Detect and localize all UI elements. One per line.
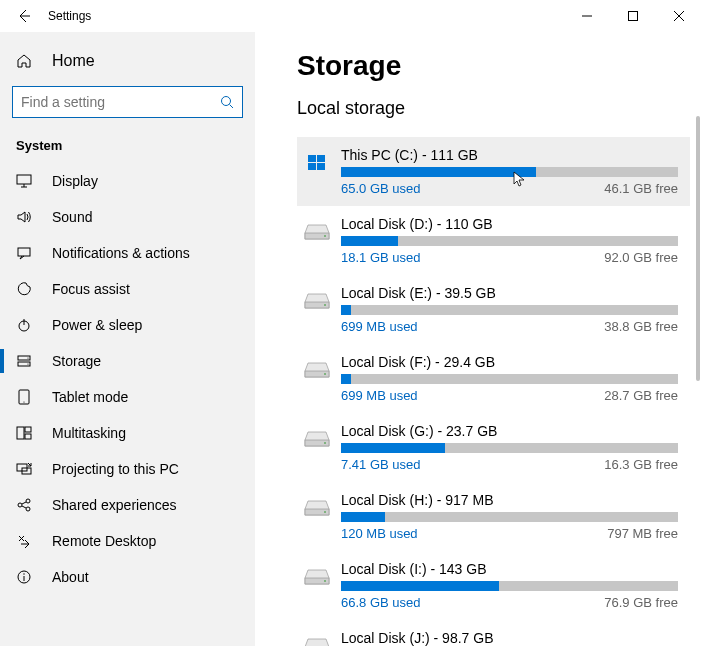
nav-item-sound[interactable]: Sound (0, 199, 255, 235)
disk-stats: 699 MB used38.8 GB free (341, 319, 678, 334)
disk-stats: 699 MB used28.7 GB free (341, 388, 678, 403)
nav-item-focus[interactable]: Focus assist (0, 271, 255, 307)
disk-details: Local Disk (E:) - 39.5 GB699 MB used38.8… (341, 285, 678, 334)
disk-name: Local Disk (D:) - 110 GB (341, 216, 678, 232)
svg-point-28 (324, 304, 326, 306)
search-input[interactable] (21, 94, 220, 110)
disk-name: Local Disk (F:) - 29.4 GB (341, 354, 678, 370)
svg-rect-21 (308, 155, 316, 162)
svg-rect-0 (629, 12, 638, 21)
disk-bar-fill (341, 305, 351, 315)
category-label: System (0, 132, 255, 163)
nav-item-label: Display (52, 173, 98, 189)
close-button[interactable] (656, 0, 702, 32)
tablet-icon (16, 389, 36, 405)
minimize-icon (582, 11, 592, 21)
nav-item-label: Power & sleep (52, 317, 142, 333)
maximize-icon (628, 11, 638, 21)
disk-usage-bar (341, 443, 678, 453)
disk-bar-fill (341, 443, 445, 453)
svg-point-16 (18, 503, 22, 507)
svg-point-36 (324, 580, 326, 582)
disk-item[interactable]: This PC (C:) - 111 GB65.0 GB used46.1 GB… (297, 137, 690, 206)
nav-item-display[interactable]: Display (0, 163, 255, 199)
maximize-button[interactable] (610, 0, 656, 32)
nav-item-project[interactable]: Projecting to this PC (0, 451, 255, 487)
disk-stats: 18.1 GB used92.0 GB free (341, 250, 678, 265)
nav-item-notifications[interactable]: Notifications & actions (0, 235, 255, 271)
svg-rect-24 (317, 163, 325, 170)
disk-usage-bar (341, 374, 678, 384)
back-arrow-icon (16, 8, 32, 24)
remote-icon (16, 533, 36, 549)
disk-free-text: 28.7 GB free (604, 388, 678, 403)
disk-free-text: 16.3 GB free (604, 457, 678, 472)
disk-details: Local Disk (G:) - 23.7 GB7.41 GB used16.… (341, 423, 678, 472)
disk-details: Local Disk (J:) - 98.7 GB44.7 GB used53.… (341, 630, 678, 646)
disk-details: This PC (C:) - 111 GB65.0 GB used46.1 GB… (341, 147, 678, 196)
disk-stats: 65.0 GB used46.1 GB free (341, 181, 678, 196)
disk-item[interactable]: Local Disk (D:) - 110 GB18.1 GB used92.0… (297, 206, 690, 275)
nav-item-multitask[interactable]: Multitasking (0, 415, 255, 451)
home-icon (16, 53, 36, 69)
svg-point-7 (27, 357, 28, 358)
drive-icon (303, 563, 331, 591)
disk-item[interactable]: Local Disk (H:) - 917 MB120 MB used797 M… (297, 482, 690, 551)
nav-item-shared[interactable]: Shared experiences (0, 487, 255, 523)
search-box[interactable] (12, 86, 243, 118)
disk-bar-fill (341, 167, 536, 177)
disk-name: Local Disk (G:) - 23.7 GB (341, 423, 678, 439)
project-icon (16, 461, 36, 477)
disk-used-text: 65.0 GB used (341, 181, 421, 196)
disk-used-text: 699 MB used (341, 319, 418, 334)
nav-item-label: Projecting to this PC (52, 461, 179, 477)
back-button[interactable] (8, 0, 40, 32)
drive-icon (303, 356, 331, 384)
svg-rect-13 (25, 434, 31, 439)
home-nav[interactable]: Home (0, 44, 255, 78)
disk-item[interactable]: Local Disk (E:) - 39.5 GB699 MB used38.8… (297, 275, 690, 344)
svg-point-10 (23, 401, 24, 402)
app-title: Settings (48, 9, 91, 23)
disk-name: Local Disk (E:) - 39.5 GB (341, 285, 678, 301)
svg-point-30 (324, 373, 326, 375)
nav-item-label: Multitasking (52, 425, 126, 441)
nav-item-about[interactable]: About (0, 559, 255, 595)
disk-stats: 66.8 GB used76.9 GB free (341, 595, 678, 610)
focus-icon (16, 281, 36, 297)
nav-item-tablet[interactable]: Tablet mode (0, 379, 255, 415)
disk-used-text: 18.1 GB used (341, 250, 421, 265)
disk-item[interactable]: Local Disk (I:) - 143 GB66.8 GB used76.9… (297, 551, 690, 620)
drive-icon (303, 632, 331, 646)
disk-free-text: 46.1 GB free (604, 181, 678, 196)
disk-used-text: 699 MB used (341, 388, 418, 403)
svg-point-32 (324, 442, 326, 444)
disk-item[interactable]: Local Disk (F:) - 29.4 GB699 MB used28.7… (297, 344, 690, 413)
svg-point-1 (222, 97, 231, 106)
disk-list: This PC (C:) - 111 GB65.0 GB used46.1 GB… (297, 137, 690, 646)
nav-item-storage[interactable]: Storage (0, 343, 255, 379)
disk-bar-fill (341, 581, 499, 591)
window-controls (564, 0, 702, 32)
nav-item-label: Storage (52, 353, 101, 369)
disk-free-text: 92.0 GB free (604, 250, 678, 265)
section-title: Local storage (297, 98, 690, 119)
minimize-button[interactable] (564, 0, 610, 32)
disk-bar-fill (341, 236, 398, 246)
disk-name: This PC (C:) - 111 GB (341, 147, 678, 163)
svg-point-18 (26, 507, 30, 511)
nav-item-label: Sound (52, 209, 92, 225)
nav-item-label: About (52, 569, 89, 585)
disk-item[interactable]: Local Disk (J:) - 98.7 GB44.7 GB used53.… (297, 620, 690, 646)
nav-item-label: Focus assist (52, 281, 130, 297)
nav-item-power[interactable]: Power & sleep (0, 307, 255, 343)
scrollbar-thumb[interactable] (696, 116, 700, 381)
nav-item-remote[interactable]: Remote Desktop (0, 523, 255, 559)
svg-point-20 (23, 573, 24, 574)
disk-item[interactable]: Local Disk (G:) - 23.7 GB7.41 GB used16.… (297, 413, 690, 482)
disk-stats: 120 MB used797 MB free (341, 526, 678, 541)
svg-point-17 (26, 499, 30, 503)
disk-used-text: 120 MB used (341, 526, 418, 541)
drive-icon (303, 287, 331, 315)
svg-rect-3 (18, 248, 30, 256)
